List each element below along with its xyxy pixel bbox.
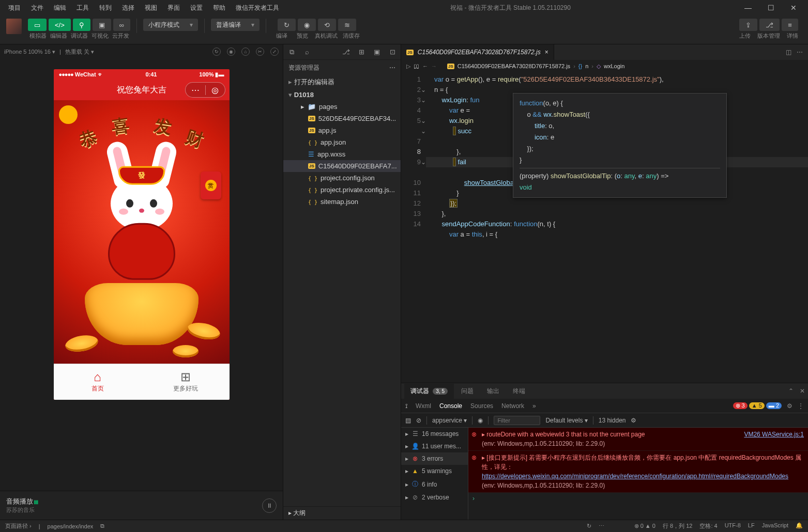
file-item[interactable]: app.json bbox=[283, 136, 401, 148]
menu-item[interactable]: 设置 bbox=[186, 2, 207, 14]
editor-button[interactable]: </> bbox=[49, 19, 71, 31]
settings-gear-icon[interactable]: ⚙ bbox=[631, 417, 636, 424]
branch-icon[interactable]: ⎇ bbox=[341, 48, 351, 56]
red-packet-icon[interactable] bbox=[201, 171, 221, 199]
file-item[interactable]: ▸ pages bbox=[283, 101, 401, 113]
ext-icon[interactable]: ▣ bbox=[372, 48, 382, 56]
filter-input[interactable] bbox=[494, 416, 540, 425]
run-icon[interactable]: ▷ bbox=[406, 63, 410, 70]
page-path[interactable]: pages/index/index bbox=[48, 523, 94, 529]
upload-button[interactable]: ⇪ bbox=[739, 19, 757, 31]
subtab-console[interactable]: Console bbox=[439, 402, 462, 410]
mode-select[interactable]: 小程序模式 bbox=[143, 19, 198, 31]
capsule-menu-icon[interactable]: ⋯ bbox=[186, 85, 205, 95]
home-icon[interactable]: ⌂ bbox=[241, 48, 250, 56]
page-path-label[interactable]: 页面路径 › bbox=[5, 522, 32, 530]
version-button[interactable]: ⎇ bbox=[759, 19, 780, 31]
editor-tab[interactable]: JS C15640D09F02EBAFA73028D767F15872.js × bbox=[401, 44, 554, 60]
file-item[interactable]: app.wxss bbox=[283, 148, 401, 160]
copy-icon[interactable]: ⧉ bbox=[100, 523, 104, 529]
filter-row[interactable]: ▸ⓘ6 info bbox=[401, 477, 468, 491]
hot-reload-toggle[interactable]: 热重载 关 ▾ bbox=[65, 48, 94, 56]
close-icon[interactable]: ✕ bbox=[783, 1, 804, 15]
kebab-icon[interactable]: ⋮ bbox=[798, 402, 804, 410]
file-item[interactable]: JS 526D5E449F02EBAF34... bbox=[283, 113, 401, 124]
grid-icon[interactable]: ⊞ bbox=[356, 48, 367, 56]
file-item[interactable]: project.config.json bbox=[283, 172, 401, 184]
tab-output[interactable]: 输出 bbox=[481, 384, 506, 399]
device-select[interactable]: iPhone 5 100% 16 ▾ bbox=[4, 49, 55, 55]
menu-item[interactable]: 微信开发者工具 bbox=[232, 2, 283, 14]
filter-row[interactable]: ▸⊗3 errors bbox=[401, 452, 468, 465]
breadcrumb[interactable]: ▷ 🕮 ← → JSC15640D09F02EBAFA73028D767F158… bbox=[401, 60, 808, 72]
subtab-wxml[interactable]: Wxml bbox=[416, 402, 431, 410]
cloud-button[interactable]: ∞ bbox=[113, 19, 130, 31]
tab-debugger[interactable]: 调试器 3, 5 bbox=[404, 384, 454, 399]
console-error[interactable]: ▸ [接口更新提示] 若需要小程序在退到后台后继续播放音频，你需要在 app.j… bbox=[468, 451, 808, 493]
file-item[interactable]: sitemap.json bbox=[283, 196, 401, 208]
avatar[interactable] bbox=[6, 19, 22, 34]
record-icon[interactable]: ◉ bbox=[227, 48, 235, 56]
language-status[interactable]: JavaScript bbox=[762, 522, 788, 530]
filter-row[interactable]: ▸⊘2 verbose bbox=[401, 491, 468, 504]
eol-status[interactable]: LF bbox=[748, 522, 755, 530]
tab-problems[interactable]: 问题 bbox=[455, 384, 480, 399]
phone-content[interactable]: 恭 喜 发 财 bbox=[54, 100, 230, 364]
compile-button[interactable]: ↻ bbox=[278, 19, 296, 31]
filter-row[interactable]: ▸▲5 warnings bbox=[401, 465, 468, 477]
menu-item[interactable]: 工具 bbox=[72, 2, 93, 14]
console-error[interactable]: VM26 WAService.js:1▸ routeDone with a we… bbox=[468, 428, 808, 451]
menu-item[interactable]: 编辑 bbox=[50, 2, 70, 14]
refresh-status-icon[interactable]: ↻ bbox=[587, 523, 591, 529]
cursor-position[interactable]: 行 8，列 12 bbox=[663, 522, 692, 530]
open-editors-section[interactable]: 打开的编辑器 bbox=[283, 75, 401, 89]
clear-icon[interactable]: ⊘ bbox=[416, 417, 421, 424]
minimize-icon[interactable]: — bbox=[738, 1, 758, 15]
tab-home[interactable]: ⌂首页 bbox=[54, 364, 142, 400]
simulator-button[interactable]: ▭ bbox=[28, 19, 47, 31]
maximize-icon[interactable]: ☐ bbox=[760, 1, 781, 15]
gear-icon[interactable]: ⚙ bbox=[787, 402, 792, 410]
menu-item[interactable]: 转到 bbox=[95, 2, 116, 14]
bell-icon[interactable]: 🔔 bbox=[796, 522, 803, 530]
menu-item[interactable]: 文件 bbox=[27, 2, 48, 14]
rotate-icon[interactable]: ↻ bbox=[212, 48, 221, 56]
inspect-icon[interactable]: ⟟ bbox=[405, 402, 407, 410]
levels-select[interactable]: Default levels ▾ bbox=[545, 417, 587, 424]
filter-row[interactable]: ▸☰16 messages bbox=[401, 428, 468, 440]
chevron-up-icon[interactable]: ⌃ bbox=[788, 387, 794, 395]
refresh-icon[interactable]: ⊡ bbox=[387, 48, 398, 56]
clear-cache-button[interactable]: ≋ bbox=[338, 19, 356, 31]
remote-debug-button[interactable]: ⟲ bbox=[318, 19, 336, 31]
scissors-icon[interactable]: ✂ bbox=[256, 48, 264, 56]
sidebar-toggle-icon[interactable]: ▤ bbox=[405, 417, 411, 424]
menu-item[interactable]: 项目 bbox=[4, 2, 25, 14]
filter-row[interactable]: ▸👤11 user mes... bbox=[401, 440, 468, 452]
split-icon[interactable]: ◫ bbox=[786, 49, 791, 56]
menu-item[interactable]: 视图 bbox=[141, 2, 161, 14]
files-icon[interactable]: ⧉ bbox=[286, 48, 297, 56]
popout-icon[interactable]: ⤢ bbox=[270, 48, 279, 56]
detail-button[interactable]: ≡ bbox=[782, 19, 798, 31]
subtab-more[interactable]: » bbox=[532, 402, 536, 410]
back-icon[interactable]: ← bbox=[422, 63, 428, 69]
hidden-count[interactable]: 13 hidden bbox=[599, 417, 626, 424]
file-item[interactable]: project.private.config.js... bbox=[283, 184, 401, 196]
indent-status[interactable]: 空格: 4 bbox=[699, 522, 717, 530]
project-section[interactable]: D1018 bbox=[283, 89, 401, 101]
tab-close-icon[interactable]: × bbox=[545, 49, 548, 56]
menu-item[interactable]: 帮助 bbox=[209, 2, 230, 14]
menu-item[interactable]: 选择 bbox=[118, 2, 139, 14]
encoding-status[interactable]: UTF-8 bbox=[725, 522, 741, 530]
compile-mode-select[interactable]: 普通编译 bbox=[211, 19, 260, 31]
debugger-button[interactable]: ⚲ bbox=[73, 19, 90, 31]
panel-close-icon[interactable]: ✕ bbox=[800, 387, 805, 395]
ellipsis-icon[interactable]: ⋯ bbox=[797, 49, 803, 56]
subtab-network[interactable]: Network bbox=[501, 402, 524, 410]
file-item[interactable]: JS app.js bbox=[283, 124, 401, 136]
ellipsis-status-icon[interactable]: ⋯ bbox=[599, 523, 604, 529]
capsule-close-icon[interactable]: ◎ bbox=[205, 85, 225, 95]
more-icon[interactable]: ⋯ bbox=[389, 64, 395, 71]
forward-icon[interactable]: → bbox=[431, 63, 437, 69]
tab-terminal[interactable]: 终端 bbox=[507, 384, 531, 399]
